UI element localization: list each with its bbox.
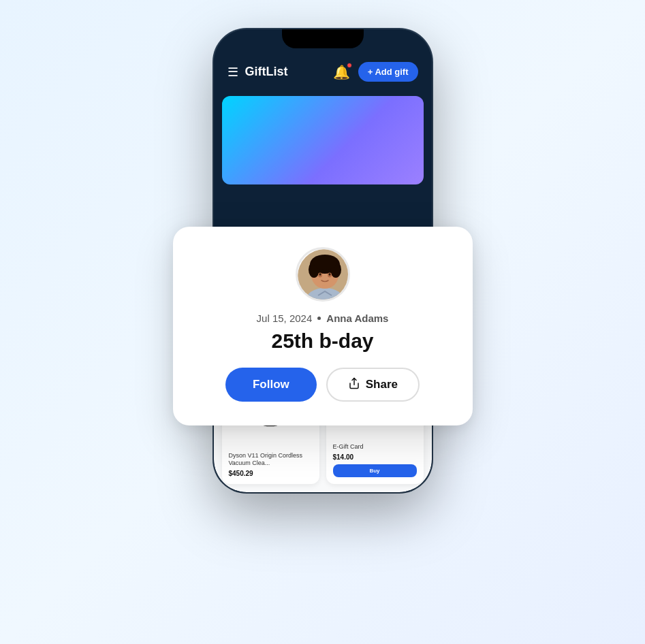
buy-button[interactable]: Buy [333, 464, 417, 477]
share-icon [348, 377, 360, 392]
profile-name: Anna Adams [326, 312, 388, 324]
app-header: ☰ GiftList 🔔 + Add gift [214, 55, 432, 88]
action-buttons: Follow Share [225, 368, 420, 402]
banner-gradient [222, 96, 424, 184]
notification-dot [347, 63, 352, 68]
meta-separator [317, 317, 321, 320]
avatar [296, 247, 350, 302]
sephora-product-name: E-Gift Card [333, 443, 417, 451]
dyson-product-price: $450.29 [229, 470, 313, 477]
notification-button[interactable]: 🔔 [333, 64, 350, 80]
svg-point-13 [313, 256, 337, 270]
follow-button[interactable]: Follow [225, 368, 317, 402]
dyson-product-name: Dyson V11 Origin Cordless Vacuum Clea... [229, 452, 313, 468]
profile-date: Jul 15, 2024 [257, 312, 313, 324]
profile-card: Jul 15, 2024 Anna Adams 25th b-day Follo… [173, 227, 473, 425]
profile-event-title: 25th b-day [271, 329, 373, 353]
share-button[interactable]: Share [326, 368, 420, 402]
share-label: Share [366, 378, 398, 391]
profile-meta: Jul 15, 2024 Anna Adams [257, 312, 389, 324]
svg-point-16 [319, 273, 321, 276]
hamburger-icon[interactable]: ☰ [227, 66, 238, 78]
svg-point-17 [328, 273, 330, 276]
app-title: GiftList [245, 65, 333, 79]
sephora-product-price: $14.00 [333, 453, 417, 461]
phone-notch [282, 29, 364, 48]
scene: ☰ GiftList 🔔 + Add gift ☆ Most wanted [146, 29, 500, 615]
add-gift-button[interactable]: + Add gift [358, 62, 418, 82]
